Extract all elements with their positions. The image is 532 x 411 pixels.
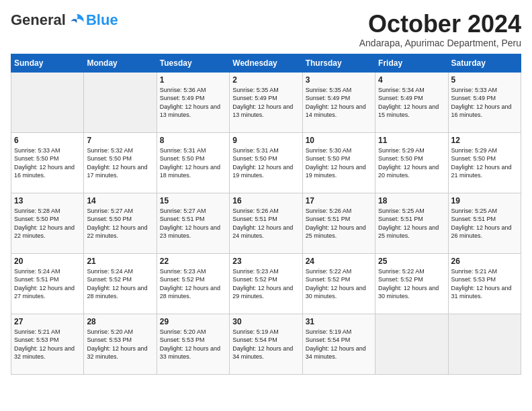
day-number: 1	[160, 75, 226, 85]
day-info: Sunrise: 5:20 AMSunset: 5:53 PMDaylight:…	[160, 328, 226, 361]
day-cell: 17Sunrise: 5:26 AMSunset: 5:51 PMDayligh…	[302, 193, 375, 253]
day-cell: 28Sunrise: 5:20 AMSunset: 5:53 PMDayligh…	[84, 314, 157, 374]
day-cell: 22Sunrise: 5:23 AMSunset: 5:52 PMDayligh…	[157, 253, 229, 314]
week-row-2: 6Sunrise: 5:33 AMSunset: 5:50 PMDaylight…	[11, 132, 521, 193]
day-info: Sunrise: 5:27 AMSunset: 5:50 PMDaylight:…	[87, 207, 153, 240]
day-number: 16	[232, 196, 299, 205]
day-info: Sunrise: 5:26 AMSunset: 5:51 PMDaylight:…	[306, 207, 372, 240]
day-cell: 31Sunrise: 5:19 AMSunset: 5:54 PMDayligh…	[302, 314, 375, 374]
week-row-1: 1Sunrise: 5:36 AMSunset: 5:49 PMDaylight…	[11, 72, 521, 132]
day-number: 9	[232, 136, 299, 145]
day-info: Sunrise: 5:24 AMSunset: 5:51 PMDaylight:…	[14, 267, 81, 301]
day-number: 17	[306, 196, 372, 205]
logo-bird-icon	[67, 11, 86, 30]
day-cell: 19Sunrise: 5:25 AMSunset: 5:51 PMDayligh…	[448, 193, 521, 253]
calendar-header-row: SundayMondayTuesdayWednesdayThursdayFrid…	[11, 54, 521, 72]
day-cell: 25Sunrise: 5:22 AMSunset: 5:52 PMDayligh…	[375, 253, 448, 314]
day-number: 13	[14, 196, 81, 205]
day-number: 27	[14, 317, 81, 326]
day-number: 19	[451, 196, 518, 205]
day-info: Sunrise: 5:19 AMSunset: 5:54 PMDaylight:…	[306, 328, 372, 361]
col-header-sunday: Sunday	[11, 54, 84, 72]
day-number: 18	[378, 196, 445, 205]
day-number: 31	[306, 317, 372, 326]
day-info: Sunrise: 5:22 AMSunset: 5:52 PMDaylight:…	[306, 267, 372, 301]
day-cell: 8Sunrise: 5:31 AMSunset: 5:50 PMDaylight…	[157, 132, 229, 193]
day-info: Sunrise: 5:35 AMSunset: 5:49 PMDaylight:…	[306, 86, 372, 120]
day-cell: 2Sunrise: 5:35 AMSunset: 5:49 PMDaylight…	[230, 72, 302, 132]
day-cell: 21Sunrise: 5:24 AMSunset: 5:52 PMDayligh…	[84, 253, 157, 314]
day-info: Sunrise: 5:23 AMSunset: 5:52 PMDaylight:…	[232, 267, 299, 301]
day-cell: 23Sunrise: 5:23 AMSunset: 5:52 PMDayligh…	[230, 253, 302, 314]
day-info: Sunrise: 5:20 AMSunset: 5:53 PMDaylight:…	[87, 328, 153, 361]
title-section: October 2024 Andarapa, Apurimac Departme…	[359, 11, 521, 48]
day-info: Sunrise: 5:29 AMSunset: 5:50 PMDaylight:…	[378, 146, 445, 180]
day-number: 15	[160, 196, 226, 205]
day-cell: 5Sunrise: 5:33 AMSunset: 5:49 PMDaylight…	[448, 72, 521, 132]
day-number: 21	[87, 257, 153, 266]
day-cell: 27Sunrise: 5:21 AMSunset: 5:53 PMDayligh…	[11, 314, 84, 374]
day-info: Sunrise: 5:25 AMSunset: 5:51 PMDaylight:…	[378, 207, 445, 240]
day-cell: 10Sunrise: 5:30 AMSunset: 5:50 PMDayligh…	[302, 132, 375, 193]
day-number: 26	[451, 257, 518, 266]
logo-blue-text: Blue	[86, 13, 118, 28]
day-info: Sunrise: 5:19 AMSunset: 5:54 PMDaylight:…	[232, 328, 299, 361]
day-number: 22	[160, 257, 226, 266]
day-info: Sunrise: 5:33 AMSunset: 5:49 PMDaylight:…	[451, 86, 518, 120]
day-cell: 7Sunrise: 5:32 AMSunset: 5:50 PMDaylight…	[84, 132, 157, 193]
col-header-saturday: Saturday	[448, 54, 521, 72]
day-cell: 11Sunrise: 5:29 AMSunset: 5:50 PMDayligh…	[375, 132, 448, 193]
day-cell	[448, 314, 521, 374]
col-header-friday: Friday	[375, 54, 448, 72]
day-cell: 29Sunrise: 5:20 AMSunset: 5:53 PMDayligh…	[157, 314, 229, 374]
day-cell: 20Sunrise: 5:24 AMSunset: 5:51 PMDayligh…	[11, 253, 84, 314]
day-cell: 13Sunrise: 5:28 AMSunset: 5:50 PMDayligh…	[11, 193, 84, 253]
col-header-monday: Monday	[84, 54, 157, 72]
day-info: Sunrise: 5:22 AMSunset: 5:52 PMDaylight:…	[378, 267, 445, 301]
day-number: 4	[378, 75, 445, 85]
day-number: 6	[14, 136, 81, 145]
day-info: Sunrise: 5:34 AMSunset: 5:49 PMDaylight:…	[378, 86, 445, 120]
day-number: 25	[378, 257, 445, 266]
day-info: Sunrise: 5:21 AMSunset: 5:53 PMDaylight:…	[14, 328, 81, 361]
day-cell: 6Sunrise: 5:33 AMSunset: 5:50 PMDaylight…	[11, 132, 84, 193]
day-info: Sunrise: 5:24 AMSunset: 5:52 PMDaylight:…	[87, 267, 153, 301]
day-info: Sunrise: 5:30 AMSunset: 5:50 PMDaylight:…	[306, 146, 372, 180]
day-cell: 3Sunrise: 5:35 AMSunset: 5:49 PMDaylight…	[302, 72, 375, 132]
month-title: October 2024	[359, 11, 521, 38]
day-info: Sunrise: 5:29 AMSunset: 5:50 PMDaylight:…	[451, 146, 518, 180]
day-cell	[375, 314, 448, 374]
day-number: 14	[87, 196, 153, 205]
week-row-3: 13Sunrise: 5:28 AMSunset: 5:50 PMDayligh…	[11, 193, 521, 253]
day-cell: 4Sunrise: 5:34 AMSunset: 5:49 PMDaylight…	[375, 72, 448, 132]
day-info: Sunrise: 5:31 AMSunset: 5:50 PMDaylight:…	[160, 146, 226, 180]
day-number: 10	[306, 136, 372, 145]
day-info: Sunrise: 5:23 AMSunset: 5:52 PMDaylight:…	[160, 267, 226, 301]
day-cell: 24Sunrise: 5:22 AMSunset: 5:52 PMDayligh…	[302, 253, 375, 314]
day-info: Sunrise: 5:25 AMSunset: 5:51 PMDaylight:…	[451, 207, 518, 240]
day-info: Sunrise: 5:26 AMSunset: 5:51 PMDaylight:…	[232, 207, 299, 240]
day-info: Sunrise: 5:35 AMSunset: 5:49 PMDaylight:…	[232, 86, 299, 120]
logo-general-text: General	[11, 13, 66, 28]
day-cell: 30Sunrise: 5:19 AMSunset: 5:54 PMDayligh…	[230, 314, 302, 374]
day-cell	[84, 72, 157, 132]
day-cell: 14Sunrise: 5:27 AMSunset: 5:50 PMDayligh…	[84, 193, 157, 253]
col-header-wednesday: Wednesday	[230, 54, 302, 72]
day-number: 8	[160, 136, 226, 145]
day-info: Sunrise: 5:28 AMSunset: 5:50 PMDaylight:…	[14, 207, 81, 240]
day-cell: 15Sunrise: 5:27 AMSunset: 5:51 PMDayligh…	[157, 193, 229, 253]
day-number: 28	[87, 317, 153, 326]
day-number: 3	[306, 75, 372, 85]
day-info: Sunrise: 5:21 AMSunset: 5:53 PMDaylight:…	[451, 267, 518, 301]
calendar-table: SundayMondayTuesdayWednesdayThursdayFrid…	[11, 54, 521, 375]
day-number: 7	[87, 136, 153, 145]
day-cell: 16Sunrise: 5:26 AMSunset: 5:51 PMDayligh…	[230, 193, 302, 253]
day-number: 5	[451, 75, 518, 85]
day-number: 30	[232, 317, 299, 326]
day-info: Sunrise: 5:27 AMSunset: 5:51 PMDaylight:…	[160, 207, 226, 240]
day-cell: 26Sunrise: 5:21 AMSunset: 5:53 PMDayligh…	[448, 253, 521, 314]
col-header-tuesday: Tuesday	[157, 54, 229, 72]
week-row-5: 27Sunrise: 5:21 AMSunset: 5:53 PMDayligh…	[11, 314, 521, 374]
day-number: 12	[451, 136, 518, 145]
col-header-thursday: Thursday	[302, 54, 375, 72]
